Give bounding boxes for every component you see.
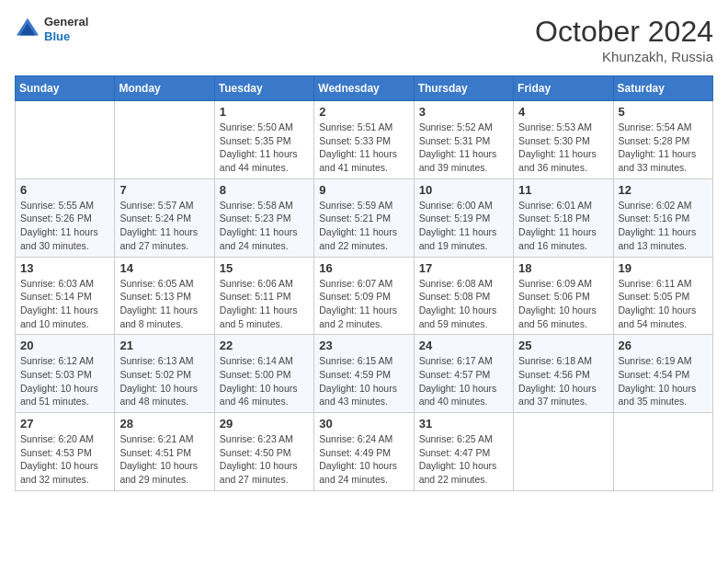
day-info: Sunrise: 5:55 AMSunset: 5:26 PMDaylight:… bbox=[20, 199, 109, 253]
day-number: 28 bbox=[119, 417, 209, 431]
title-block: October 2024 Khunzakh, Russia bbox=[535, 15, 713, 64]
day-info: Sunrise: 6:07 AMSunset: 5:09 PMDaylight:… bbox=[319, 277, 408, 331]
calendar-cell: 10Sunrise: 6:00 AMSunset: 5:19 PMDayligh… bbox=[414, 178, 513, 257]
day-info: Sunrise: 6:03 AMSunset: 5:14 PMDaylight:… bbox=[20, 277, 109, 331]
calendar-cell: 5Sunrise: 5:54 AMSunset: 5:28 PMDaylight… bbox=[613, 101, 712, 179]
day-header: Monday bbox=[115, 76, 214, 101]
day-number: 8 bbox=[220, 183, 309, 197]
day-number: 29 bbox=[220, 417, 309, 431]
day-number: 31 bbox=[419, 417, 508, 431]
page-header: General Blue October 2024 Khunzakh, Russ… bbox=[15, 15, 713, 64]
day-info: Sunrise: 6:21 AMSunset: 4:51 PMDaylight:… bbox=[119, 432, 209, 487]
calendar-cell: 30Sunrise: 6:24 AMSunset: 4:49 PMDayligh… bbox=[314, 413, 414, 491]
day-number: 5 bbox=[619, 105, 708, 119]
day-info: Sunrise: 6:11 AMSunset: 5:05 PMDaylight:… bbox=[619, 277, 708, 331]
calendar-cell: 20Sunrise: 6:12 AMSunset: 5:03 PMDayligh… bbox=[16, 335, 115, 413]
day-info: Sunrise: 5:51 AMSunset: 5:33 PMDaylight:… bbox=[319, 121, 408, 175]
calendar-cell: 27Sunrise: 6:20 AMSunset: 4:53 PMDayligh… bbox=[16, 413, 115, 491]
day-number: 21 bbox=[119, 339, 209, 352]
day-number: 2 bbox=[319, 105, 408, 119]
day-header: Friday bbox=[514, 76, 613, 101]
calendar-cell bbox=[514, 413, 613, 491]
calendar-cell: 2Sunrise: 5:51 AMSunset: 5:33 PMDaylight… bbox=[314, 101, 414, 179]
day-number: 13 bbox=[20, 261, 109, 275]
calendar-cell: 29Sunrise: 6:23 AMSunset: 4:50 PMDayligh… bbox=[214, 413, 313, 491]
day-info: Sunrise: 5:58 AMSunset: 5:23 PMDaylight:… bbox=[220, 199, 309, 253]
day-info: Sunrise: 5:53 AMSunset: 5:30 PMDaylight:… bbox=[518, 121, 608, 175]
day-info: Sunrise: 6:12 AMSunset: 5:03 PMDaylight:… bbox=[20, 354, 109, 408]
day-number: 14 bbox=[119, 261, 209, 275]
day-header: Wednesday bbox=[314, 76, 414, 101]
day-info: Sunrise: 6:06 AMSunset: 5:11 PMDaylight:… bbox=[220, 277, 309, 331]
day-info: Sunrise: 5:52 AMSunset: 5:31 PMDaylight:… bbox=[419, 121, 508, 175]
calendar-cell bbox=[16, 101, 115, 179]
day-number: 11 bbox=[518, 183, 608, 197]
day-info: Sunrise: 6:15 AMSunset: 4:59 PMDaylight:… bbox=[319, 354, 408, 408]
day-number: 9 bbox=[319, 183, 408, 197]
day-number: 23 bbox=[319, 339, 408, 352]
calendar-cell: 4Sunrise: 5:53 AMSunset: 5:30 PMDaylight… bbox=[514, 101, 613, 179]
day-info: Sunrise: 6:23 AMSunset: 4:50 PMDaylight:… bbox=[220, 432, 309, 487]
day-header: Tuesday bbox=[214, 76, 313, 101]
calendar-cell: 13Sunrise: 6:03 AMSunset: 5:14 PMDayligh… bbox=[16, 257, 115, 335]
month-title: October 2024 bbox=[535, 15, 713, 49]
day-info: Sunrise: 6:13 AMSunset: 5:02 PMDaylight:… bbox=[119, 354, 209, 408]
day-number: 24 bbox=[419, 339, 508, 352]
day-number: 3 bbox=[419, 105, 508, 119]
day-info: Sunrise: 6:19 AMSunset: 4:54 PMDaylight:… bbox=[619, 354, 708, 408]
day-number: 15 bbox=[220, 261, 309, 275]
day-info: Sunrise: 5:54 AMSunset: 5:28 PMDaylight:… bbox=[619, 121, 708, 175]
day-info: Sunrise: 6:25 AMSunset: 4:47 PMDaylight:… bbox=[419, 432, 508, 487]
day-number: 12 bbox=[619, 183, 708, 197]
day-info: Sunrise: 6:00 AMSunset: 5:19 PMDaylight:… bbox=[419, 199, 508, 253]
logo-line2: Blue bbox=[44, 29, 88, 44]
day-info: Sunrise: 6:18 AMSunset: 4:56 PMDaylight:… bbox=[518, 354, 608, 408]
day-number: 22 bbox=[220, 339, 309, 352]
day-number: 27 bbox=[20, 417, 109, 431]
day-info: Sunrise: 6:17 AMSunset: 4:57 PMDaylight:… bbox=[419, 354, 508, 408]
day-info: Sunrise: 6:05 AMSunset: 5:13 PMDaylight:… bbox=[119, 277, 209, 331]
calendar-cell: 31Sunrise: 6:25 AMSunset: 4:47 PMDayligh… bbox=[414, 413, 513, 491]
day-info: Sunrise: 6:01 AMSunset: 5:18 PMDaylight:… bbox=[518, 199, 608, 253]
day-number: 7 bbox=[119, 183, 209, 197]
day-info: Sunrise: 5:57 AMSunset: 5:24 PMDaylight:… bbox=[119, 199, 209, 253]
calendar-cell: 21Sunrise: 6:13 AMSunset: 5:02 PMDayligh… bbox=[115, 335, 214, 413]
calendar-cell: 1Sunrise: 5:50 AMSunset: 5:35 PMDaylight… bbox=[214, 101, 313, 179]
day-number: 10 bbox=[419, 183, 508, 197]
day-number: 1 bbox=[220, 105, 309, 119]
day-header: Sunday bbox=[16, 76, 115, 101]
day-info: Sunrise: 6:02 AMSunset: 5:16 PMDaylight:… bbox=[619, 199, 708, 253]
calendar-cell: 15Sunrise: 6:06 AMSunset: 5:11 PMDayligh… bbox=[214, 257, 313, 335]
day-info: Sunrise: 6:14 AMSunset: 5:00 PMDaylight:… bbox=[220, 354, 309, 408]
calendar-cell: 16Sunrise: 6:07 AMSunset: 5:09 PMDayligh… bbox=[314, 257, 414, 335]
calendar-cell: 6Sunrise: 5:55 AMSunset: 5:26 PMDaylight… bbox=[16, 178, 115, 257]
calendar-cell: 3Sunrise: 5:52 AMSunset: 5:31 PMDaylight… bbox=[414, 101, 513, 179]
day-info: Sunrise: 6:24 AMSunset: 4:49 PMDaylight:… bbox=[319, 432, 408, 487]
logo-icon bbox=[15, 17, 40, 42]
day-number: 17 bbox=[419, 261, 508, 275]
calendar-cell: 9Sunrise: 5:59 AMSunset: 5:21 PMDaylight… bbox=[314, 178, 414, 257]
calendar-cell: 25Sunrise: 6:18 AMSunset: 4:56 PMDayligh… bbox=[514, 335, 613, 413]
calendar-cell: 26Sunrise: 6:19 AMSunset: 4:54 PMDayligh… bbox=[613, 335, 712, 413]
location: Khunzakh, Russia bbox=[535, 49, 713, 64]
logo: General Blue bbox=[15, 15, 88, 43]
calendar-cell: 14Sunrise: 6:05 AMSunset: 5:13 PMDayligh… bbox=[115, 257, 214, 335]
calendar-cell bbox=[613, 413, 712, 491]
day-number: 19 bbox=[619, 261, 708, 275]
day-info: Sunrise: 6:08 AMSunset: 5:08 PMDaylight:… bbox=[419, 277, 508, 331]
calendar-cell: 22Sunrise: 6:14 AMSunset: 5:00 PMDayligh… bbox=[214, 335, 313, 413]
day-header: Thursday bbox=[414, 76, 513, 101]
calendar-cell bbox=[115, 101, 214, 179]
calendar-cell: 11Sunrise: 6:01 AMSunset: 5:18 PMDayligh… bbox=[514, 178, 613, 257]
day-number: 6 bbox=[20, 183, 109, 197]
day-header: Saturday bbox=[613, 76, 712, 101]
calendar-cell: 19Sunrise: 6:11 AMSunset: 5:05 PMDayligh… bbox=[613, 257, 712, 335]
calendar-cell: 17Sunrise: 6:08 AMSunset: 5:08 PMDayligh… bbox=[414, 257, 513, 335]
calendar-cell: 8Sunrise: 5:58 AMSunset: 5:23 PMDaylight… bbox=[214, 178, 313, 257]
day-number: 18 bbox=[518, 261, 608, 275]
day-info: Sunrise: 6:09 AMSunset: 5:06 PMDaylight:… bbox=[518, 277, 608, 331]
calendar-cell: 18Sunrise: 6:09 AMSunset: 5:06 PMDayligh… bbox=[514, 257, 613, 335]
calendar-cell: 23Sunrise: 6:15 AMSunset: 4:59 PMDayligh… bbox=[314, 335, 414, 413]
logo-line1: General bbox=[44, 15, 88, 29]
day-info: Sunrise: 5:50 AMSunset: 5:35 PMDaylight:… bbox=[220, 121, 309, 175]
